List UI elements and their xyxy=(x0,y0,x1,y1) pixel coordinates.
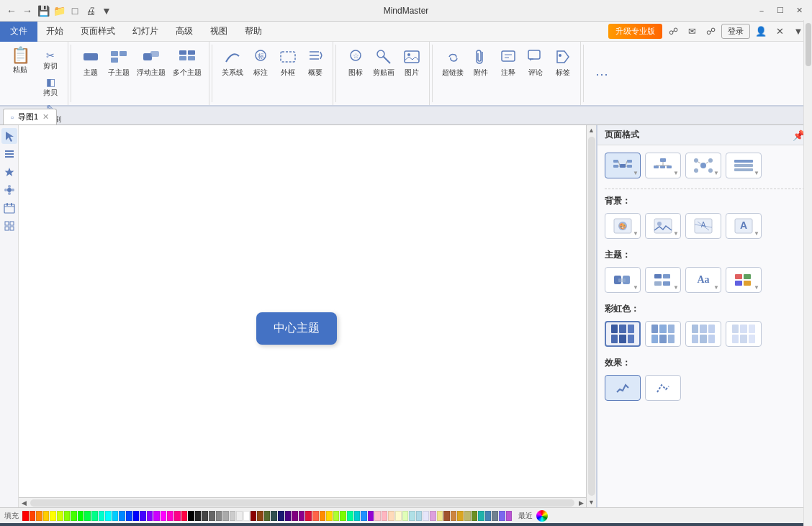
menu-view[interactable]: 视图 xyxy=(202,22,236,42)
color-cell[interactable] xyxy=(285,511,292,521)
flag-icon[interactable]: ✉ xyxy=(684,24,700,40)
effect1-button[interactable] xyxy=(605,375,641,401)
attachment-button[interactable]: 附件 xyxy=(468,45,494,79)
hyperlink-button[interactable]: 超链接 xyxy=(439,45,466,79)
new-tab-icon[interactable]: □ xyxy=(69,5,81,17)
sub-theme-button[interactable]: 子主题 xyxy=(105,45,132,79)
menu-slideshow[interactable]: 幻灯片 xyxy=(124,22,167,42)
save-icon[interactable]: 💾 xyxy=(37,5,49,17)
callout-button[interactable]: 标 标注 xyxy=(248,45,274,79)
color-cell[interactable] xyxy=(499,511,505,521)
scroll-track-vertical[interactable] xyxy=(588,137,595,496)
color-cell[interactable] xyxy=(133,511,140,521)
color-cell[interactable] xyxy=(216,511,222,521)
color-cell[interactable] xyxy=(368,511,374,521)
cut-button[interactable]: ✂ 剪切 xyxy=(37,47,63,73)
color-cell[interactable] xyxy=(99,511,105,521)
color-cell[interactable] xyxy=(195,511,202,521)
bg-color-button[interactable]: 🎨 ▼ xyxy=(605,213,641,239)
calendar-tool-button[interactable] xyxy=(1,200,17,216)
color-cell[interactable] xyxy=(230,511,236,521)
summary-button[interactable]: 概要 xyxy=(302,45,328,79)
clipart-button[interactable]: 剪贴画 xyxy=(370,45,397,79)
color-cell[interactable] xyxy=(472,511,478,521)
float-theme-button[interactable]: 浮动主题 xyxy=(134,45,168,79)
color-cell[interactable] xyxy=(388,511,394,521)
color-cell[interactable] xyxy=(22,511,29,521)
border-button[interactable]: 外框 xyxy=(275,45,301,79)
color-cell[interactable] xyxy=(251,511,257,521)
multi-theme-button[interactable]: 多个主题 xyxy=(170,45,204,79)
color-cell[interactable] xyxy=(312,511,319,521)
rainbow-option2-button[interactable] xyxy=(645,321,681,347)
scroll-down-arrow[interactable]: ▼ xyxy=(587,497,597,507)
open-folder-icon[interactable]: 📁 xyxy=(53,5,65,17)
color-cell[interactable] xyxy=(354,511,361,521)
theme-style1-button[interactable]: ▼ xyxy=(605,267,641,293)
right-panel-scrollbar[interactable] xyxy=(803,125,812,507)
theme-button[interactable]: 主题 xyxy=(78,45,104,79)
color-cell[interactable] xyxy=(271,511,277,521)
color-cell[interactable] xyxy=(78,511,84,521)
color-cell[interactable] xyxy=(464,511,471,521)
color-cell[interactable] xyxy=(451,511,457,521)
color-cell[interactable] xyxy=(153,511,160,521)
color-cell[interactable] xyxy=(326,511,333,521)
star-tool-button[interactable] xyxy=(1,164,17,180)
color-cell[interactable] xyxy=(299,511,305,521)
select-tool-button[interactable] xyxy=(1,128,17,144)
canvas-area[interactable]: 中心主题 ▲ ▼ ◀ ▶ xyxy=(19,125,596,507)
theme-color-button[interactable]: ▼ xyxy=(726,267,762,293)
rainbow-option1-button[interactable] xyxy=(605,321,641,347)
bg-text-button[interactable]: A ▼ xyxy=(726,213,762,239)
scroll-track-horizontal[interactable] xyxy=(30,499,574,507)
color-cell[interactable] xyxy=(423,511,429,521)
share-icon[interactable]: ☍ xyxy=(703,24,718,40)
menu-advanced[interactable]: 高级 xyxy=(167,22,202,42)
login-button[interactable]: 登录 xyxy=(721,24,750,39)
layout-radial-button[interactable]: ▼ xyxy=(685,153,721,178)
color-cell[interactable] xyxy=(478,511,484,521)
menu-help[interactable]: 帮助 xyxy=(236,22,271,42)
color-cell[interactable] xyxy=(222,511,229,521)
color-cell[interactable] xyxy=(409,511,415,521)
copy-button[interactable]: ◧ 拷贝 xyxy=(37,74,63,99)
color-cell[interactable] xyxy=(119,511,125,521)
color-cell[interactable] xyxy=(395,511,402,521)
close-button[interactable]: ✕ xyxy=(792,4,806,18)
color-cell[interactable] xyxy=(64,511,71,521)
color-cell[interactable] xyxy=(50,511,56,521)
color-cell[interactable] xyxy=(333,511,340,521)
maximize-button[interactable]: ☐ xyxy=(773,4,788,18)
color-cell[interactable] xyxy=(236,511,243,521)
color-cell[interactable] xyxy=(30,511,36,521)
flower-tool-button[interactable] xyxy=(1,182,17,198)
color-cell[interactable] xyxy=(57,511,63,521)
image-button[interactable]: 图片 xyxy=(399,45,425,79)
color-cell[interactable] xyxy=(492,511,498,521)
color-cell[interactable] xyxy=(84,511,91,521)
bg-image-button[interactable]: ▼ xyxy=(645,213,681,239)
forward-icon[interactable]: → xyxy=(22,5,33,17)
color-cell[interactable] xyxy=(443,511,450,521)
layout-list-button[interactable]: ▼ xyxy=(726,153,762,178)
horizontal-scrollbar[interactable]: ◀ ▶ xyxy=(19,497,586,507)
color-wheel-button[interactable] xyxy=(536,510,548,522)
menu-file[interactable]: 文件 xyxy=(0,22,37,42)
color-cell[interactable] xyxy=(91,511,98,521)
color-cell[interactable] xyxy=(209,511,215,521)
color-cell[interactable] xyxy=(161,511,167,521)
layout-mindmap-button[interactable]: ▼ xyxy=(605,153,641,178)
color-cell[interactable] xyxy=(181,511,188,521)
monitor-icon[interactable]: ☍ xyxy=(665,24,681,40)
color-cell[interactable] xyxy=(485,511,492,521)
color-cell[interactable] xyxy=(188,511,194,521)
paste-button[interactable]: 📋 粘贴 xyxy=(4,45,36,76)
theme-style2-button[interactable]: ▼ xyxy=(645,267,681,293)
list-tool-button[interactable] xyxy=(1,146,17,162)
icon-button[interactable]: ☆ 图标 xyxy=(343,45,369,79)
color-cell[interactable] xyxy=(243,511,250,521)
scroll-up-arrow[interactable]: ▲ xyxy=(587,125,597,135)
scroll-left-arrow[interactable]: ◀ xyxy=(19,498,29,508)
color-cell[interactable] xyxy=(506,511,512,521)
